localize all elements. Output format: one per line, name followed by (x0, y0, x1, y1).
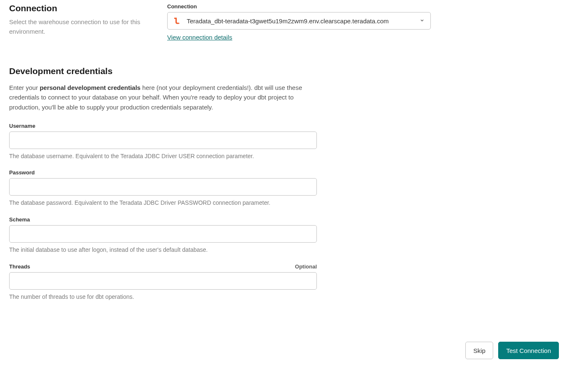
credentials-intro-prefix: Enter your (9, 84, 40, 91)
schema-label: Schema (9, 216, 317, 223)
skip-button[interactable]: Skip (465, 342, 493, 359)
footer-actions: Skip Test Connection (465, 342, 559, 359)
chevron-down-icon (420, 17, 425, 25)
connection-select[interactable]: Teradata_dbt-teradata-t3gwet5u19m2zwm9.e… (167, 12, 431, 30)
username-field: Username The database username. Equivale… (9, 123, 317, 161)
credentials-intro-bold: personal development credentials (40, 84, 141, 91)
threads-help: The number of threads to use for dbt ope… (9, 293, 317, 301)
threads-optional-tag: Optional (295, 263, 317, 270)
credentials-heading: Development credentials (9, 66, 579, 76)
password-field: Password The database password. Equivale… (9, 169, 317, 207)
teradata-icon (173, 17, 181, 25)
credentials-intro: Enter your personal development credenti… (9, 83, 317, 112)
connection-field-label: Connection (167, 3, 431, 10)
password-label: Password (9, 169, 317, 176)
connection-heading: Connection (9, 3, 146, 13)
threads-input[interactable] (9, 272, 317, 290)
threads-label: Threads (9, 263, 30, 270)
connection-section: Connection Select the warehouse connecti… (9, 3, 579, 41)
username-label: Username (9, 123, 317, 129)
svg-point-0 (178, 23, 179, 24)
username-input[interactable] (9, 132, 317, 149)
connection-field-wrap: Connection Teradata_dbt-teradata-t3gwet5… (167, 3, 431, 41)
username-help: The database username. Equivalent to the… (9, 152, 317, 161)
password-input[interactable] (9, 178, 317, 196)
threads-field: Threads Optional The number of threads t… (9, 263, 317, 301)
schema-input[interactable] (9, 225, 317, 243)
schema-help: The initial database to use after logon,… (9, 246, 317, 254)
connection-section-header: Connection Select the warehouse connecti… (9, 3, 146, 41)
connection-description: Select the warehouse connection to use f… (9, 17, 146, 36)
connection-select-value: Teradata_dbt-teradata-t3gwet5u19m2zwm9.e… (187, 17, 389, 25)
view-connection-details-link[interactable]: View connection details (167, 34, 232, 41)
test-connection-button[interactable]: Test Connection (498, 342, 559, 359)
credentials-section: Development credentials Enter your perso… (9, 66, 579, 301)
schema-field: Schema The initial database to use after… (9, 216, 317, 254)
password-help: The database password. Equivalent to the… (9, 199, 317, 207)
